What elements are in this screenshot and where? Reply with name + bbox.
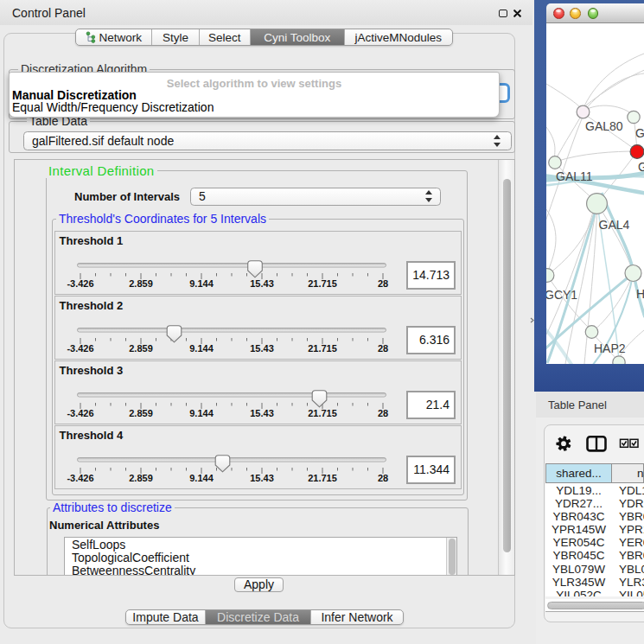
svg-text:GCY1: GCY1 (546, 288, 577, 302)
svg-text:GAL11: GAL11 (556, 169, 593, 183)
svg-text:15.43: 15.43 (250, 343, 274, 354)
svg-text:H: H (636, 287, 644, 301)
svg-text:21.715: 21.715 (308, 408, 337, 418)
svg-text:-3.426: -3.426 (67, 408, 93, 418)
svg-text:HAP2: HAP2 (594, 341, 626, 355)
svg-text:-3.426: -3.426 (67, 473, 93, 483)
svg-text:2.859: 2.859 (129, 408, 153, 418)
svg-text:-3.426: -3.426 (67, 278, 93, 289)
svg-text:GAL80: GAL80 (585, 119, 623, 133)
svg-text:9.144: 9.144 (189, 343, 214, 354)
svg-text:2.859: 2.859 (129, 343, 153, 354)
svg-text:9.144: 9.144 (189, 278, 214, 289)
svg-text:2.859: 2.859 (129, 278, 153, 289)
svg-text:G: G (638, 160, 644, 174)
svg-text:15.43: 15.43 (250, 473, 274, 483)
svg-text:9.144: 9.144 (189, 408, 214, 418)
svg-text:-3.426: -3.426 (67, 343, 93, 354)
svg-text:GAL4: GAL4 (599, 218, 630, 232)
svg-text:15.43: 15.43 (250, 408, 274, 418)
svg-text:2.859: 2.859 (129, 473, 153, 483)
svg-text:21.715: 21.715 (308, 278, 337, 289)
svg-text:28: 28 (378, 278, 388, 289)
svg-text:21.715: 21.715 (308, 343, 337, 354)
svg-text:15.43: 15.43 (250, 278, 274, 289)
svg-text:28: 28 (378, 408, 388, 418)
svg-text:21.715: 21.715 (308, 473, 337, 483)
svg-text:28: 28 (378, 343, 388, 354)
svg-text:GA: GA (635, 126, 644, 140)
svg-text:28: 28 (378, 473, 388, 483)
svg-text:9.144: 9.144 (189, 473, 214, 483)
